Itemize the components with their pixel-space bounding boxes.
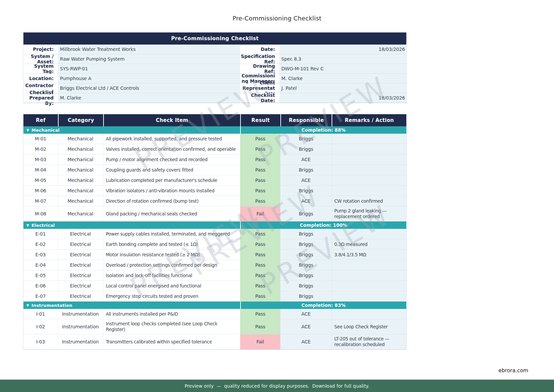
cell-result: Pass [240,229,280,239]
cell-result: Pass [240,239,280,250]
field-value-contractor: Briggs Electrical Ltd / ACE Controls [58,83,240,93]
table-row: E-07 Electrical Emergency stop circuits … [23,291,406,302]
cell-ref: M-08 [23,206,58,221]
section-header-electrical: ▼ Electrical Completion: 100% [23,221,406,229]
cell-responsible: Briggs [280,260,332,270]
info-grid: Project: Millbrook Water Treatment Works… [23,45,406,103]
cell-check-item: Direction of rotation confirmed (bump te… [103,196,240,206]
section-completion: Completion: 100% [240,221,406,229]
field-value-checklist-date: 18/03/2026 [279,93,406,103]
cell-remarks [332,281,406,291]
field-label-specification-ref: Specification Ref: [240,54,279,64]
cell-check-item: Emergency stop circuits tested and prove… [103,291,240,302]
cell-responsible: ACE [280,196,332,206]
field-value-location: Pumphouse A [58,74,240,83]
cell-category: Instrumentation [58,334,103,349]
cell-remarks: 0.3Ω measured [332,239,406,250]
cell-ref: M-04 [23,165,58,175]
section-title: ▼ Instrumentation [23,302,240,309]
table-row: E-01 Electrical Power supply cables inst… [23,229,406,239]
cell-category: Electrical [58,229,103,239]
cell-responsible: Briggs [280,165,332,175]
cell-remarks: 3.8/4.1/3.5 MΩ [332,250,406,260]
cell-result: Pass [240,309,280,319]
cell-result: Pass [240,165,280,175]
checklist-table: Ref Category Check Item Result Responsib… [23,114,406,349]
collapse-arrow-icon[interactable]: ▼ [26,304,29,307]
table-row: I-02 Instrumentation Instrument loop che… [23,319,406,334]
field-label-location: Location: [23,74,58,83]
field-label-drawing-ref: Drawing Ref: [240,64,279,74]
cell-remarks [332,165,406,175]
table-row: E-02 Electrical Earth bonding complete a… [23,239,406,250]
cell-remarks [332,186,406,196]
info-panel: Pre-Commissioning Checklist Project: Mil… [23,32,406,103]
cell-check-item: All instruments installed per P&ID [103,309,240,319]
table-row: M-05 Mechanical Lubrication completed pe… [23,175,406,186]
cell-responsible: Briggs [280,134,332,144]
field-label-client-representative: Client Representative: [240,83,279,93]
cell-remarks [332,134,406,144]
cell-check-item: Pump / motor alignment checked and recor… [103,154,240,165]
collapse-arrow-icon[interactable]: ▼ [26,223,29,227]
cell-category: Electrical [58,250,103,260]
field-label-checklist-prepared-by: Checklist Prepared By: [23,93,58,103]
cell-result: Pass [240,291,280,302]
cell-remarks [332,154,406,165]
field-value-date: 18/03/2026 [279,45,406,54]
field-value-checklist-prepared-by: M. Clarke [58,93,240,103]
cell-category: Electrical [58,281,103,291]
cell-responsible: ACE [280,175,332,186]
table-row: M-07 Mechanical Direction of rotation co… [23,196,406,206]
cell-check-item: Lubrication completed per manufacturer's… [103,175,240,186]
cell-result: Pass [240,134,280,144]
cell-ref: M-05 [23,175,58,186]
collapse-arrow-icon[interactable]: ▼ [26,128,29,132]
cell-remarks [332,175,406,186]
cell-check-item: Valves installed, correct orientation co… [103,144,240,154]
column-header-ref: Ref [23,114,58,126]
cell-remarks [332,260,406,270]
document-preview-page: Pre-Commissioning Checklist Pre-Commissi… [0,0,554,392]
cell-check-item: All pipework installed, supported, and p… [103,134,240,144]
cell-category: Electrical [58,260,103,270]
info-panel-title: Pre-Commissioning Checklist [23,32,406,45]
cell-result: Pass [240,260,280,270]
cell-check-item: Earth bonding complete and tested (≤ 1Ω) [103,239,240,250]
cell-remarks [332,270,406,281]
cell-ref: E-07 [23,291,58,302]
cell-check-item: Local control panel energised and functi… [103,281,240,291]
table-row: M-08 Mechanical Gland packing / mechanic… [23,206,406,221]
preview-notice-bar: Preview only — quality reduced for displ… [0,380,554,392]
table-row: M-03 Mechanical Pump / motor alignment c… [23,154,406,165]
field-value-drawing-ref: DWG-M-101 Rev C [279,64,406,74]
column-header-remarks: Remarks / Action [332,114,406,126]
cell-remarks: CW rotation confirmed [332,196,406,206]
cell-remarks: Pump 2 gland leaking — replacement order… [332,206,406,221]
field-value-system-asset: Raw Water Pumping System [58,54,240,64]
cell-check-item: Overload / protection settings confirmed… [103,260,240,270]
cell-check-item: Motor insulation resistance tested (≥ 2 … [103,250,240,260]
table-row: M-02 Mechanical Valves installed, correc… [23,144,406,154]
section-completion: Completion: 88% [240,126,406,134]
field-label-system-tag: System Tag: [23,64,58,74]
cell-result: Pass [240,154,280,165]
cell-ref: M-07 [23,196,58,206]
cell-check-item: Gland packing / mechanical seals checked [103,206,240,221]
cell-remarks [332,229,406,239]
cell-ref: I-03 [23,334,58,349]
cell-result: Pass [240,144,280,154]
section-name: Electrical [31,223,55,228]
table-row: M-01 Mechanical All pipework installed, … [23,134,406,144]
cell-responsible: ACE [280,154,332,165]
table-row: I-03 Instrumentation Transmitters calibr… [23,334,406,349]
cell-category: Instrumentation [58,309,103,319]
table-row: E-04 Electrical Overload / protection se… [23,260,406,270]
cell-category: Mechanical [58,186,103,196]
field-value-system-tag: SYS-RWP-01 [58,64,240,74]
cell-category: Mechanical [58,206,103,221]
cell-result: Pass [240,319,280,334]
cell-check-item: Vibration isolators / anti-vibration mou… [103,186,240,196]
cell-responsible: Briggs [280,270,332,281]
cell-result: Fail [240,206,280,221]
